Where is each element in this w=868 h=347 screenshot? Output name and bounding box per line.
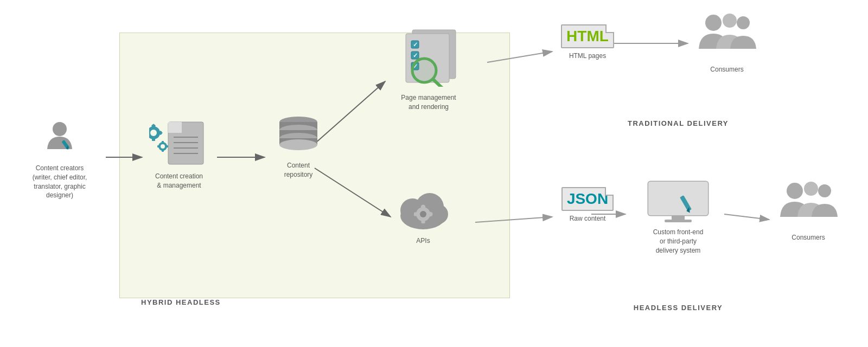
- html-pages: HTML HTML pages: [552, 24, 623, 61]
- svg-rect-25: [149, 131, 150, 134]
- svg-point-76: [818, 184, 831, 197]
- custom-frontend: Custom front-endor third-partydelivery s…: [632, 179, 724, 255]
- consumers-top-label: Consumers: [689, 65, 765, 74]
- html-doc: HTML: [561, 24, 614, 48]
- consumers-bottom-icon: [776, 179, 841, 228]
- custom-frontend-label: Custom front-endor third-partydelivery s…: [632, 228, 724, 255]
- consumers-bottom-label: Consumers: [770, 233, 846, 242]
- svg-point-66: [723, 14, 737, 28]
- raw-content: JSON Raw content: [552, 187, 623, 223]
- apis: APIs: [391, 184, 456, 245]
- svg-rect-69: [648, 182, 708, 215]
- content-creators-label: Content creators(writer, chief editor,tr…: [16, 164, 103, 200]
- svg-marker-16: [168, 122, 182, 133]
- content-repo-label: Contentrepository: [266, 161, 331, 179]
- diagram-container: HYBRID HEADLESS: [0, 0, 868, 347]
- svg-rect-31: [162, 141, 164, 144]
- svg-text:✓: ✓: [413, 52, 418, 59]
- headless-delivery-label: HEADLESS DELIVERY: [586, 304, 770, 312]
- json-doc-wrapper: JSON: [561, 187, 614, 211]
- svg-point-58: [420, 211, 426, 217]
- person-icon: [41, 119, 79, 157]
- svg-rect-24: [152, 137, 155, 141]
- html-pages-label: HTML pages: [552, 52, 623, 61]
- svg-point-67: [737, 16, 750, 29]
- svg-rect-61: [414, 213, 419, 216]
- consumers-top-icon: [694, 11, 760, 60]
- page-mgmt: ✓ ✓ ✓ Page managementand rendering: [380, 27, 477, 112]
- svg-point-65: [705, 15, 722, 31]
- content-creation: Content creation& management: [144, 117, 214, 190]
- svg-point-74: [787, 183, 803, 199]
- page-mgmt-icon: ✓ ✓ ✓: [385, 27, 472, 87]
- page-mgmt-label: Page managementand rendering: [380, 93, 477, 112]
- svg-point-30: [161, 144, 165, 149]
- html-doc-wrapper: HTML: [561, 24, 614, 48]
- svg-rect-60: [422, 219, 425, 223]
- svg-rect-34: [165, 145, 168, 147]
- hybrid-headless-label: HYBRID HEADLESS: [141, 298, 221, 306]
- consumers-top: Consumers: [689, 11, 765, 74]
- custom-frontend-icon: [646, 179, 711, 222]
- svg-rect-33: [157, 145, 160, 147]
- json-doc: JSON: [561, 187, 614, 211]
- svg-point-75: [804, 182, 818, 196]
- raw-content-label: Raw content: [552, 214, 623, 223]
- json-badge: JSON: [567, 190, 608, 208]
- trad-delivery-label: TRADITIONAL DELIVERY: [586, 119, 770, 127]
- content-creation-label: Content creation& management: [144, 172, 214, 190]
- svg-text:✓: ✓: [413, 41, 418, 48]
- svg-rect-71: [665, 220, 692, 222]
- consumers-bottom: Consumers: [770, 179, 846, 242]
- content-repo-icon: [274, 114, 323, 155]
- svg-rect-32: [162, 149, 164, 152]
- apis-icon: [396, 184, 450, 230]
- svg-point-22: [150, 130, 157, 136]
- content-creators: Content creators(writer, chief editor,tr…: [16, 119, 103, 200]
- svg-line-10: [724, 214, 769, 220]
- svg-point-41: [279, 139, 317, 150]
- content-repo: Contentrepository: [266, 114, 331, 179]
- html-badge: HTML: [566, 28, 609, 45]
- svg-point-11: [53, 122, 67, 136]
- content-creation-icon: [149, 117, 209, 165]
- apis-label: APIs: [391, 237, 456, 245]
